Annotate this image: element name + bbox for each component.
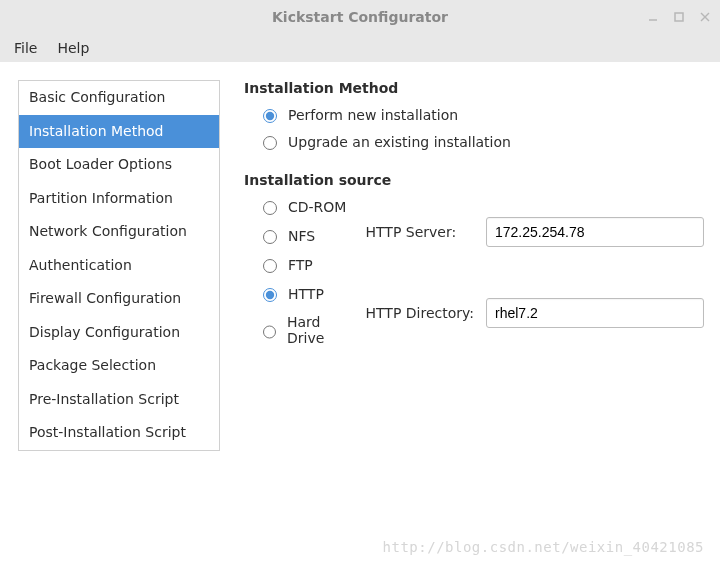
sidebar-item-package-selection[interactable]: Package Selection <box>19 349 219 383</box>
radio-input-new[interactable] <box>263 109 277 123</box>
radio-label-http: HTTP <box>288 286 324 302</box>
radio-upgrade-existing-installation[interactable]: Upgrade an existing installation <box>258 133 704 150</box>
sidebar-item-display-configuration[interactable]: Display Configuration <box>19 316 219 350</box>
radio-label-harddrive: Hard Drive <box>287 314 352 346</box>
window-controls <box>646 0 712 34</box>
radio-label-cdrom: CD-ROM <box>288 199 346 215</box>
sidebar-item-partition-information[interactable]: Partition Information <box>19 182 219 216</box>
radio-label-new: Perform new installation <box>288 107 458 123</box>
maximize-icon[interactable] <box>672 10 686 24</box>
radio-cdrom[interactable]: CD-ROM <box>258 198 352 215</box>
menu-file[interactable]: File <box>6 36 45 60</box>
main-pane: Installation Method Perform new installa… <box>220 80 704 549</box>
installation-source-block: CD-ROM NFS FTP HTTP Hard Drive <box>244 198 704 346</box>
sidebar-item-installation-method[interactable]: Installation Method <box>19 115 219 149</box>
window-title: Kickstart Configurator <box>272 9 448 25</box>
radio-input-harddrive[interactable] <box>263 325 276 339</box>
radio-input-nfs[interactable] <box>263 230 277 244</box>
radio-input-cdrom[interactable] <box>263 201 277 215</box>
menu-help[interactable]: Help <box>49 36 97 60</box>
http-directory-input[interactable] <box>486 298 704 328</box>
radio-input-http[interactable] <box>263 288 277 302</box>
titlebar: Kickstart Configurator <box>0 0 720 34</box>
sidebar-item-boot-loader-options[interactable]: Boot Loader Options <box>19 148 219 182</box>
radio-perform-new-installation[interactable]: Perform new installation <box>258 106 704 123</box>
radio-input-upgrade[interactable] <box>263 136 277 150</box>
installation-source-options: CD-ROM NFS FTP HTTP Hard Drive <box>258 198 352 346</box>
installation-method-heading: Installation Method <box>244 80 704 96</box>
sidebar: Basic Configuration Installation Method … <box>18 80 220 451</box>
sidebar-item-network-configuration[interactable]: Network Configuration <box>19 215 219 249</box>
radio-ftp[interactable]: FTP <box>258 256 352 273</box>
sidebar-item-basic-configuration[interactable]: Basic Configuration <box>19 81 219 115</box>
radio-label-upgrade: Upgrade an existing installation <box>288 134 511 150</box>
menubar: File Help <box>0 34 720 62</box>
sidebar-item-authentication[interactable]: Authentication <box>19 249 219 283</box>
radio-input-ftp[interactable] <box>263 259 277 273</box>
sidebar-item-post-installation-script[interactable]: Post-Installation Script <box>19 416 219 450</box>
http-server-label: HTTP Server: <box>366 224 475 240</box>
radio-label-nfs: NFS <box>288 228 315 244</box>
svg-rect-1 <box>675 13 683 21</box>
minimize-icon[interactable] <box>646 10 660 24</box>
radio-hard-drive[interactable]: Hard Drive <box>258 314 352 346</box>
radio-nfs[interactable]: NFS <box>258 227 352 244</box>
sidebar-item-firewall-configuration[interactable]: Firewall Configuration <box>19 282 219 316</box>
close-icon[interactable] <box>698 10 712 24</box>
radio-label-ftp: FTP <box>288 257 313 273</box>
radio-http[interactable]: HTTP <box>258 285 352 302</box>
installation-source-heading: Installation source <box>244 172 704 188</box>
sidebar-item-pre-installation-script[interactable]: Pre-Installation Script <box>19 383 219 417</box>
watermark: http://blog.csdn.net/weixin_40421085 <box>383 539 704 555</box>
http-server-input[interactable] <box>486 217 704 247</box>
installation-method-options: Perform new installation Upgrade an exis… <box>244 106 704 150</box>
http-fields: HTTP Server: HTTP Directory: <box>366 198 705 346</box>
app-body: Basic Configuration Installation Method … <box>0 62 720 565</box>
http-directory-label: HTTP Directory: <box>366 305 475 321</box>
